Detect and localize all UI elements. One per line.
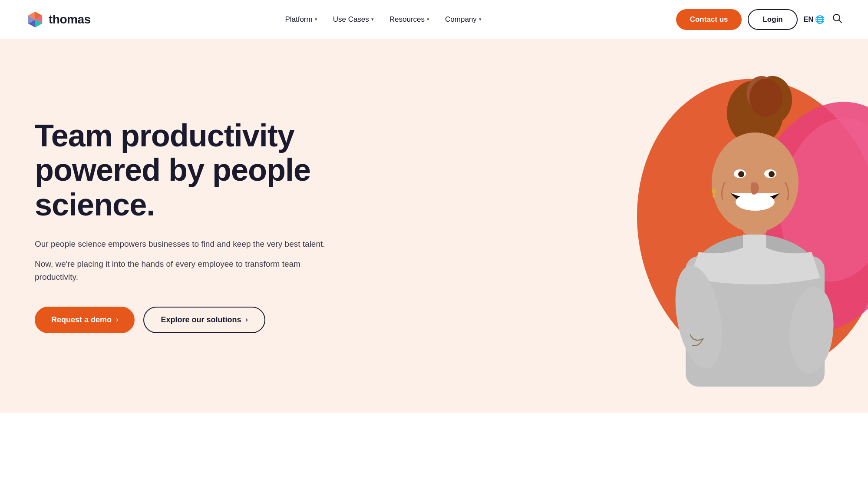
nav-menu: Platform ▾ Use Cases ▾ Resources ▾ Compa…: [285, 15, 481, 24]
contact-button[interactable]: Contact us: [676, 9, 742, 30]
nav-item-platform[interactable]: Platform ▾: [285, 15, 317, 24]
logo-icon: [26, 10, 44, 29]
login-button[interactable]: Login: [748, 9, 797, 30]
request-demo-button[interactable]: Request a demo ›: [35, 307, 135, 333]
svg-point-8: [749, 79, 782, 117]
svg-point-20: [712, 189, 716, 193]
hero-desc1: Our people science empowers businesses t…: [35, 238, 330, 251]
hero-section: Team productivity powered by people scie…: [0, 39, 868, 413]
nav-item-use-cases[interactable]: Use Cases ▾: [333, 15, 374, 24]
svg-point-21: [713, 193, 715, 198]
main-nav: thomas Platform ▾ Use Cases ▾ Resources …: [0, 0, 868, 39]
svg-point-17: [736, 193, 775, 211]
hero-title: Team productivity powered by people scie…: [35, 119, 330, 222]
brand-logo[interactable]: thomas: [26, 10, 91, 29]
hero-content: Team productivity powered by people scie…: [35, 119, 330, 333]
hero-buttons: Request a demo › Explore our solutions ›: [35, 307, 330, 333]
hero-illustration: [594, 48, 868, 404]
resources-chevron-icon: ▾: [427, 17, 429, 22]
use-cases-chevron-icon: ▾: [371, 17, 374, 22]
svg-line-1: [839, 20, 842, 23]
brand-name: thomas: [49, 13, 91, 26]
demo-arrow-icon: ›: [116, 316, 118, 324]
svg-point-16: [769, 171, 775, 177]
explore-solutions-button[interactable]: Explore our solutions ›: [143, 307, 265, 333]
search-icon[interactable]: [832, 13, 842, 25]
nav-actions: Contact us Login EN 🌐: [676, 9, 842, 30]
svg-point-15: [738, 171, 744, 177]
company-chevron-icon: ▾: [479, 17, 482, 22]
nav-item-resources[interactable]: Resources ▾: [389, 15, 429, 24]
svg-point-0: [833, 14, 840, 21]
language-selector[interactable]: EN 🌐: [804, 15, 825, 24]
hero-visual: [573, 39, 868, 413]
platform-chevron-icon: ▾: [315, 17, 317, 22]
globe-icon: 🌐: [815, 15, 825, 24]
explore-arrow-icon: ›: [245, 316, 248, 324]
nav-item-company[interactable]: Company ▾: [445, 15, 482, 24]
hero-desc2: Now, we're placing it into the hands of …: [35, 258, 330, 284]
